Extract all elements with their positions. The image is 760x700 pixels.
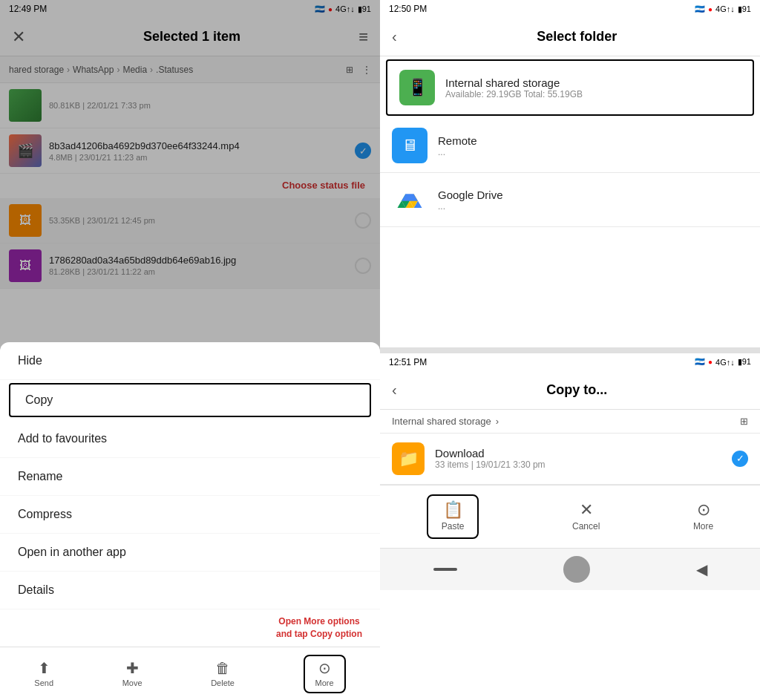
status-bar-right-bottom: 12:51 PM 🇳🇮 ● 4G↑↓ ▮91: [380, 353, 760, 371]
download-folder-icon: 📁: [392, 442, 425, 475]
open-another-menu-item[interactable]: Open in another app: [0, 534, 380, 572]
paste-button[interactable]: 📋 Paste: [427, 494, 479, 539]
remote-sub: ...: [438, 147, 477, 157]
more-paste-button[interactable]: ⊙ More: [693, 502, 713, 531]
context-menu: Hide Copy Add to favourites Rename Compr…: [0, 342, 380, 700]
copy-to-screen: 12:51 PM 🇳🇮 ● 4G↑↓ ▮91 ‹ Copy to... Inte…: [380, 353, 760, 701]
send-toolbar-item[interactable]: ⬆ Send: [34, 661, 53, 687]
rename-label: Rename: [18, 470, 62, 483]
left-panel: 12:49 PM 🇳🇮 ● 4G↑↓ ▮91 ✕ Selected 1 item…: [0, 0, 380, 700]
status-icons-right-top: 🇳🇮 ● 4G↑↓ ▮91: [695, 4, 751, 14]
select-folder-screen: 12:50 PM 🇳🇮 ● 4G↑↓ ▮91 ‹ Select folder 📱…: [380, 0, 760, 353]
send-label: Send: [34, 678, 53, 687]
more-label: More: [315, 678, 334, 687]
details-menu-item[interactable]: Details: [0, 572, 380, 609]
details-label: Details: [18, 583, 54, 597]
signal-4g-rb: 4G↑↓: [715, 358, 735, 367]
more-icon: ⊙: [318, 661, 331, 676]
download-folder-name: Download: [435, 447, 546, 459]
delete-icon: 🗑: [215, 661, 230, 676]
move-toolbar-item[interactable]: ✚ Move: [122, 661, 142, 687]
internal-storage-icon: 📱: [399, 70, 435, 105]
remote-info: Remote ...: [438, 134, 477, 157]
compress-label: Compress: [18, 508, 72, 521]
flag-icon-r: 🇳🇮: [695, 4, 705, 14]
internal-storage-info: Internal shared storage Available: 29.19…: [445, 76, 583, 99]
record-icon-r: ●: [708, 5, 712, 13]
move-icon: ✚: [126, 661, 139, 676]
right-panel: 12:50 PM 🇳🇮 ● 4G↑↓ ▮91 ‹ Select folder 📱…: [380, 0, 760, 700]
download-folder-item[interactable]: 📁 Download 33 items | 19/01/21 3:30 pm ✓: [380, 434, 760, 485]
back-button-select[interactable]: ‹: [392, 28, 397, 45]
more-paste-icon: ⊙: [697, 502, 710, 518]
flag-icon-rb: 🇳🇮: [695, 357, 705, 367]
move-label: Move: [122, 678, 142, 687]
google-drive-name: Google Drive: [438, 189, 503, 201]
more-toolbar-item[interactable]: ⊙ More: [304, 655, 346, 693]
battery-r: ▮91: [738, 4, 751, 14]
bottom-toolbar: ⬆ Send ✚ Move 🗑 Delete ⊙ More: [0, 647, 380, 700]
more-paste-label: More: [693, 521, 713, 531]
copy-to-title: Copy to...: [406, 382, 748, 398]
copy-label: Copy: [25, 393, 53, 407]
hide-menu-item[interactable]: Hide: [0, 342, 380, 380]
compress-menu-item[interactable]: Compress: [0, 496, 380, 534]
back-nav-button[interactable]: [563, 556, 590, 583]
remote-icon: 🖥: [392, 128, 428, 163]
record-icon-rb: ●: [708, 358, 712, 366]
paste-icon: 📋: [443, 502, 463, 518]
remote-item[interactable]: 🖥 Remote ...: [380, 119, 760, 173]
folder-icon-symbol: 📁: [399, 449, 419, 468]
rename-menu-item[interactable]: Rename: [0, 458, 380, 496]
internal-storage-sub: Available: 29.19GB Total: 55.19GB: [445, 89, 583, 99]
navigation-bar: ◀: [380, 548, 760, 590]
google-drive-item[interactable]: Google Drive ...: [380, 173, 760, 227]
delete-label: Delete: [211, 678, 235, 687]
context-menu-overlay: Hide Copy Add to favourites Rename Compr…: [0, 0, 380, 700]
copy-menu-item[interactable]: Copy: [9, 383, 371, 417]
download-folder-sub: 33 items | 19/01/21 3:30 pm: [435, 459, 546, 470]
google-drive-info: Google Drive ...: [438, 189, 503, 212]
download-folder-info: Download 33 items | 19/01/21 3:30 pm: [435, 447, 546, 470]
internal-storage-name: Internal shared storage: [445, 76, 583, 89]
back-arrow-nav[interactable]: ◀: [696, 560, 707, 578]
battery-rb: ▮91: [738, 357, 751, 367]
delete-toolbar-item[interactable]: 🗑 Delete: [211, 661, 235, 687]
cancel-button[interactable]: ✕ Cancel: [572, 502, 600, 531]
open-another-label: Open in another app: [18, 546, 126, 559]
annotation-container: Open More optionsand tap Copy option: [0, 609, 380, 647]
remote-name: Remote: [438, 134, 477, 147]
paste-toolbar: 📋 Paste ✕ Cancel ⊙ More: [380, 485, 760, 548]
back-button-copy[interactable]: ‹: [392, 382, 397, 399]
select-folder-title: Select folder: [406, 29, 748, 45]
time-right-bottom: 12:51 PM: [389, 357, 427, 367]
hide-label: Hide: [18, 354, 42, 367]
breadcrumb-chevron: ›: [496, 416, 499, 427]
copy-to-topbar: ‹ Copy to...: [380, 371, 760, 410]
home-nav-button[interactable]: [433, 568, 457, 571]
google-drive-icon: [392, 182, 428, 217]
status-bar-right-top: 12:50 PM 🇳🇮 ● 4G↑↓ ▮91: [380, 0, 760, 18]
copy-grid-icon[interactable]: ⊞: [740, 416, 748, 427]
signal-4g-r: 4G↑↓: [715, 4, 735, 13]
send-icon: ⬆: [38, 661, 50, 676]
time-right-top: 12:50 PM: [389, 4, 427, 14]
add-favourites-menu-item[interactable]: Add to favourites: [0, 420, 380, 458]
internal-storage-item[interactable]: 📱 Internal shared storage Available: 29.…: [386, 59, 754, 116]
copy-to-breadcrumb: Internal shared storage › ⊞: [380, 410, 760, 434]
google-drive-sub: ...: [438, 201, 503, 212]
cancel-label: Cancel: [572, 521, 600, 531]
breadcrumb-internal: Internal shared storage: [392, 416, 491, 427]
annotation-text: Open More optionsand tap Copy option: [270, 612, 368, 644]
select-folder-topbar: ‹ Select folder: [380, 18, 760, 56]
status-icons-right-bottom: 🇳🇮 ● 4G↑↓ ▮91: [695, 357, 751, 367]
cancel-icon: ✕: [580, 502, 593, 518]
selected-indicator: ✓: [732, 451, 748, 467]
paste-label: Paste: [442, 521, 465, 531]
add-favourites-label: Add to favourites: [18, 432, 107, 445]
